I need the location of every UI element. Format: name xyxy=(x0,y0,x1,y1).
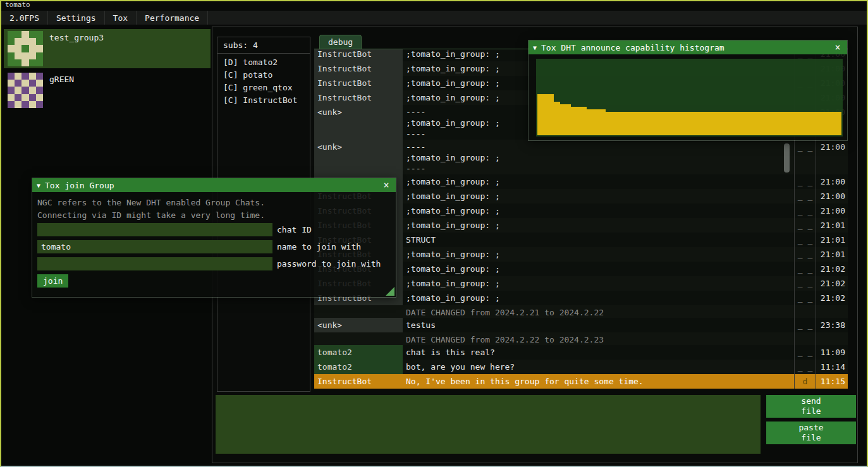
message-text: ----;tomato_in_group: ;---- xyxy=(403,140,794,174)
member-list: [D] tomato2[C] potato[C] green_qtox[C] I… xyxy=(217,56,310,107)
chat-message-row[interactable]: InstructBotNo, I've been in this group f… xyxy=(314,374,848,389)
message-time: 21:00 xyxy=(816,189,848,203)
message-line: STRUCT xyxy=(406,234,794,245)
message-line: ---- xyxy=(406,163,794,174)
close-icon[interactable]: × xyxy=(381,179,391,191)
tab-debug[interactable]: debug xyxy=(319,35,362,49)
join-group-title: Tox join Group xyxy=(45,181,114,190)
message-line: ;tomato_in_group: ; xyxy=(406,249,794,260)
dht-histogram-titlebar[interactable]: ▼ Tox DHT announce capability histogram … xyxy=(529,40,847,54)
join-group-window: ▼ Tox join Group × NGC refers to the New… xyxy=(32,178,396,298)
join-input-name-to-join-with[interactable]: tomato xyxy=(37,240,272,253)
date-separator-row[interactable]: DATE CHANGED from 2024.2.21 to 2024.2.22 xyxy=(314,305,848,318)
paste-file-button[interactable]: paste file xyxy=(766,422,856,444)
join-input-password-to-join-with[interactable] xyxy=(37,257,272,270)
message-flags xyxy=(794,332,816,345)
chat-message-row[interactable]: <unk>----;tomato_in_group: ;----_ _21:00 xyxy=(314,140,848,174)
join-fields: chat IDtomatoname to join withpassword t… xyxy=(37,223,381,274)
message-text: testus xyxy=(403,318,794,332)
message-time: 21:00 xyxy=(816,140,848,174)
message-sender: tomato2 xyxy=(314,360,403,374)
group-item-green[interactable]: gREEN xyxy=(4,71,211,110)
message-line: ;tomato_in_group: ; xyxy=(406,152,794,163)
message-line: bot, are you new here? xyxy=(406,361,794,372)
message-line: ;tomato_in_group: ; xyxy=(406,264,794,274)
message-time: 11:15 xyxy=(816,374,848,389)
message-text: ;tomato_in_group: ; xyxy=(403,218,794,233)
message-sender: InstructBot xyxy=(314,374,403,389)
message-text: ;tomato_in_group: ; xyxy=(403,174,794,189)
message-line: ;tomato_in_group: ; xyxy=(406,205,794,216)
group-list: test_group3gREEN xyxy=(1,29,212,110)
date-text: DATE CHANGED from 2024.2.22 to 2024.2.23 xyxy=(403,332,794,345)
dht-histogram-title: Tox DHT announce capability histogram xyxy=(541,43,724,52)
message-text: STRUCT xyxy=(403,233,794,247)
member-item-c-instructbot[interactable]: [C] InstructBot xyxy=(217,94,310,107)
chat-message-row[interactable]: <unk>testus_ _23:38 xyxy=(314,318,848,332)
menu-item-settings[interactable]: Settings xyxy=(48,11,105,25)
member-item-c-potato[interactable]: [C] potato xyxy=(217,69,310,82)
join-info-line-1: NGC refers to the New DHT enabled Group … xyxy=(37,197,265,208)
message-time: 11:14 xyxy=(816,360,848,374)
message-time: 21:02 xyxy=(816,262,848,276)
date-separator-row[interactable]: DATE CHANGED from 2024.2.22 to 2024.2.23 xyxy=(314,332,848,345)
message-flags: _ _ xyxy=(794,276,816,291)
message-time: 21:02 xyxy=(816,276,848,291)
message-sender: <unk> xyxy=(314,140,403,174)
app-window: tomato 2.0FPSSettingsToxPerformance test… xyxy=(0,0,868,467)
message-text: ;tomato_in_group: ; xyxy=(403,276,794,291)
message-text: ;tomato_in_group: ; xyxy=(403,203,794,218)
join-group-titlebar[interactable]: ▼ Tox join Group × xyxy=(32,178,396,192)
menu-bar: 2.0FPSSettingsToxPerformance xyxy=(1,11,867,25)
message-sender: <unk> xyxy=(314,318,403,332)
join-button[interactable]: join xyxy=(37,274,68,288)
message-flags: _ _ xyxy=(794,218,816,233)
dht-histogram-body xyxy=(529,54,847,140)
join-field-label: password to join with xyxy=(277,259,381,269)
dht-histogram-plot xyxy=(536,59,843,136)
chat-scrollbar[interactable] xyxy=(784,143,790,173)
message-flags: _ _ xyxy=(794,233,816,247)
message-time: 21:01 xyxy=(816,247,848,262)
message-time xyxy=(816,332,848,345)
message-flags: _ _ xyxy=(794,262,816,276)
message-text: bot, are you new here? xyxy=(403,360,794,374)
message-text: chat is this real? xyxy=(403,345,794,360)
message-line: ;tomato_in_group: ; xyxy=(406,293,794,303)
message-input[interactable] xyxy=(216,395,761,454)
message-flags: _ _ xyxy=(794,247,816,262)
member-item-c-green-qtox[interactable]: [C] green_qtox xyxy=(217,82,310,94)
join-group-body: NGC refers to the New DHT enabled Group … xyxy=(32,192,396,297)
menu-item-performance[interactable]: Performance xyxy=(137,11,208,25)
message-line: testus xyxy=(406,320,794,331)
message-sender: InstructBot xyxy=(314,90,403,105)
group-item-test-group3[interactable]: test_group3 xyxy=(4,29,211,68)
chat-message-row[interactable]: tomato2chat is this real?_ _11:09 xyxy=(314,345,848,360)
menu-item-tox[interactable]: Tox xyxy=(105,11,137,25)
message-flags: _ _ xyxy=(794,345,816,360)
window-title: tomato xyxy=(5,1,30,9)
message-text: ;tomato_in_group: ; xyxy=(403,291,794,305)
menu-item-2-0fps[interactable]: 2.0FPS xyxy=(1,11,48,25)
member-item-d-tomato2[interactable]: [D] tomato2 xyxy=(217,56,310,69)
message-text: ;tomato_in_group: ; xyxy=(403,262,794,276)
join-info-line-2: Connecting via ID might take a very long… xyxy=(37,210,265,221)
join-input-chat-id[interactable] xyxy=(37,223,272,236)
collapse-icon[interactable]: ▼ xyxy=(533,44,537,51)
chat-message-row[interactable]: tomato2bot, are you new here?_ _11:14 xyxy=(314,360,848,374)
subs-separator xyxy=(217,53,310,54)
group-name: test_group3 xyxy=(49,33,104,68)
resize-grip[interactable] xyxy=(386,287,394,296)
message-line: ;tomato_in_group: ; xyxy=(406,220,794,231)
message-sender: InstructBot xyxy=(314,61,403,76)
subs-count-label: subs: 4 xyxy=(223,40,258,50)
message-time: 23:38 xyxy=(816,318,848,332)
collapse-icon[interactable]: ▼ xyxy=(37,182,40,189)
date-text: DATE CHANGED from 2024.2.21 to 2024.2.22 xyxy=(403,305,794,318)
message-text: ;tomato_in_group: ; xyxy=(403,189,794,203)
send-file-button[interactable]: send file xyxy=(766,395,856,418)
close-icon[interactable]: × xyxy=(833,42,843,53)
group-name: gREEN xyxy=(49,75,74,110)
message-flags: _ _ xyxy=(794,140,816,174)
message-sender xyxy=(314,305,403,318)
